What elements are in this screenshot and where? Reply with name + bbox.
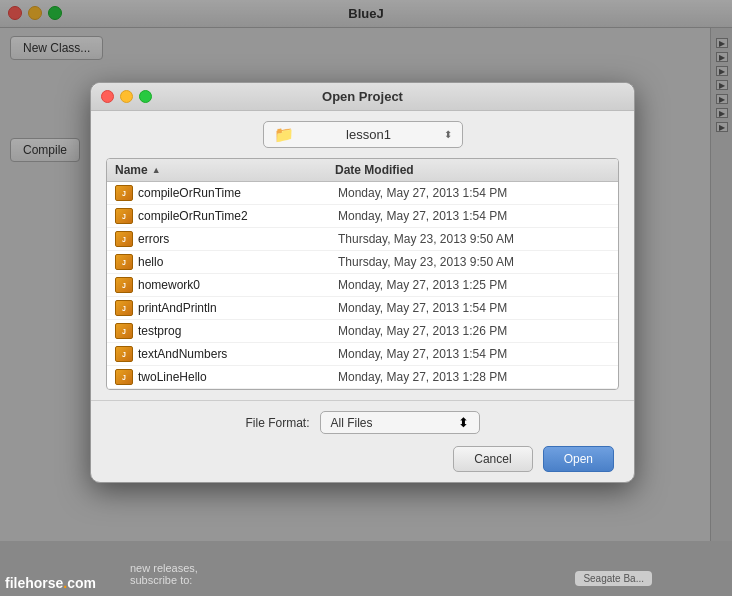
dialog-bottom: File Format: All Files ⬍ Cancel Open	[91, 400, 634, 482]
dialog-buttons: Cancel Open	[106, 446, 619, 472]
file-name: homework0	[138, 278, 338, 292]
file-row[interactable]: J compileOrRunTime Monday, May 27, 2013 …	[107, 182, 618, 205]
file-list-header: Name ▲ Date Modified	[107, 159, 618, 182]
file-row[interactable]: J textAndNumbers Monday, May 27, 2013 1:…	[107, 343, 618, 366]
file-date: Monday, May 27, 2013 1:26 PM	[338, 324, 610, 338]
bottom-text-1: new releases,	[130, 562, 198, 574]
file-row[interactable]: J twoLineHello Monday, May 27, 2013 1:28…	[107, 366, 618, 389]
file-row[interactable]: J testprog Monday, May 27, 2013 1:26 PM	[107, 320, 618, 343]
java-file-icon: J	[115, 185, 133, 201]
open-button[interactable]: Open	[543, 446, 614, 472]
file-row[interactable]: J compileOrRunTime2 Monday, May 27, 2013…	[107, 205, 618, 228]
dialog-maximize-btn[interactable]	[139, 90, 152, 103]
file-name: twoLineHello	[138, 370, 338, 384]
file-name: testprog	[138, 324, 338, 338]
file-format-label: File Format:	[245, 416, 309, 430]
java-file-icon: J	[115, 300, 133, 316]
java-file-icon: J	[115, 323, 133, 339]
file-row[interactable]: J hello Thursday, May 23, 2013 9:50 AM	[107, 251, 618, 274]
file-date: Monday, May 27, 2013 1:54 PM	[338, 301, 610, 315]
column-date-header: Date Modified	[335, 163, 610, 177]
java-file-icon: J	[115, 369, 133, 385]
java-file-icon: J	[115, 231, 133, 247]
file-date: Thursday, May 23, 2013 9:50 AM	[338, 255, 610, 269]
file-row[interactable]: J errors Thursday, May 23, 2013 9:50 AM	[107, 228, 618, 251]
file-format-select[interactable]: All Files ⬍	[320, 411, 480, 434]
dialog-close-btn[interactable]	[101, 90, 114, 103]
file-date: Monday, May 27, 2013 1:28 PM	[338, 370, 610, 384]
file-format-value: All Files	[331, 416, 373, 430]
filehorse-text: filehorse	[5, 575, 63, 591]
file-name: compileOrRunTime	[138, 186, 338, 200]
dialog-minimize-btn[interactable]	[120, 90, 133, 103]
column-name-header: Name ▲	[115, 163, 335, 177]
filehorse-com: com	[67, 575, 96, 591]
file-date: Monday, May 27, 2013 1:25 PM	[338, 278, 610, 292]
folder-icon: 📁	[274, 125, 294, 144]
file-list-container: Name ▲ Date Modified J compileOrRunTime …	[106, 158, 619, 390]
java-file-icon: J	[115, 277, 133, 293]
file-date: Monday, May 27, 2013 1:54 PM	[338, 186, 610, 200]
folder-navigator: 📁 lesson1 ⬍	[91, 111, 634, 158]
file-row[interactable]: J printAndPrintln Monday, May 27, 2013 1…	[107, 297, 618, 320]
dialog-titlebar: Open Project	[91, 83, 634, 111]
cancel-button[interactable]: Cancel	[453, 446, 532, 472]
file-list: J compileOrRunTime Monday, May 27, 2013 …	[107, 182, 618, 389]
file-date: Monday, May 27, 2013 1:54 PM	[338, 347, 610, 361]
dialog-traffic-lights	[101, 90, 152, 103]
file-name: errors	[138, 232, 338, 246]
folder-selector[interactable]: 📁 lesson1 ⬍	[263, 121, 463, 148]
open-project-dialog: Open Project 📁 lesson1 ⬍ Name ▲ Date Mod…	[90, 82, 635, 483]
file-name: compileOrRunTime2	[138, 209, 338, 223]
java-file-icon: J	[115, 346, 133, 362]
file-row[interactable]: J homework0 Monday, May 27, 2013 1:25 PM	[107, 274, 618, 297]
bottom-strip: filehorse.com new releases, subscribe to…	[0, 541, 732, 596]
folder-name: lesson1	[300, 127, 438, 142]
dialog-title: Open Project	[322, 89, 403, 104]
file-date: Thursday, May 23, 2013 9:50 AM	[338, 232, 610, 246]
file-format-row: File Format: All Files ⬍	[106, 411, 619, 434]
seagate-badge: Seagate Ba...	[583, 573, 644, 584]
java-file-icon: J	[115, 254, 133, 270]
file-name: printAndPrintln	[138, 301, 338, 315]
folder-chevron-icon: ⬍	[444, 129, 452, 140]
file-name: hello	[138, 255, 338, 269]
sort-arrow-icon: ▲	[152, 165, 161, 175]
java-file-icon: J	[115, 208, 133, 224]
bottom-text-2: subscribe to:	[130, 574, 198, 586]
file-format-chevron-icon: ⬍	[458, 415, 469, 430]
file-date: Monday, May 27, 2013 1:54 PM	[338, 209, 610, 223]
file-name: textAndNumbers	[138, 347, 338, 361]
